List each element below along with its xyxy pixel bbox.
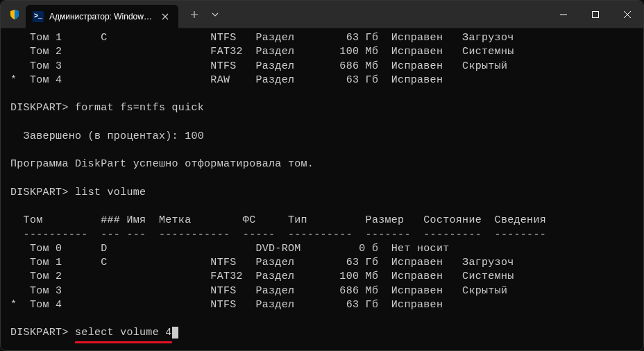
table-separator: ---------- --- --- ----------- ----- ---… [10, 228, 634, 242]
minimize-button[interactable] [548, 1, 579, 28]
cursor [172, 327, 178, 339]
admin-shield-icon [8, 8, 22, 22]
output-block: Том 0 D DVD-ROM 0 б Нет носит Том 1 C NT… [10, 242, 634, 312]
output-block: Том 1 C NTFS Раздел 63 Гб Исправен Загру… [10, 31, 634, 87]
maximize-button[interactable] [579, 1, 611, 28]
prompt-line: DISKPART> list volume [10, 186, 634, 200]
window-titlebar: >_ Администратор: Windows Po [1, 1, 643, 28]
terminal-content[interactable]: Том 1 C NTFS Раздел 63 Гб Исправен Загру… [1, 28, 643, 350]
svg-rect-0 [593, 11, 599, 17]
close-button[interactable] [611, 1, 643, 28]
active-tab[interactable]: >_ Администратор: Windows Po [26, 5, 178, 28]
powershell-icon: >_ [33, 11, 44, 22]
tab-dropdown-button[interactable] [205, 4, 226, 25]
prompt-line: DISKPART> format fs=ntfs quick [10, 101, 634, 115]
window-controls [548, 1, 643, 28]
prompt-line: DISKPART> select volume 4 [10, 326, 634, 340]
tab-close-button[interactable] [159, 10, 171, 23]
highlighted-command: select volume 4 [75, 326, 172, 340]
tab-title: Администратор: Windows Po [49, 12, 153, 22]
table-header: Том ### Имя Метка ФС Тип Размер Состояни… [10, 214, 634, 228]
tab-area: >_ Администратор: Windows Po [1, 1, 226, 28]
new-tab-button[interactable] [184, 4, 205, 25]
output-line: Завершено (в процентах): 100 [10, 130, 634, 144]
output-line: Программа DiskPart успешно отформатирова… [10, 157, 634, 171]
